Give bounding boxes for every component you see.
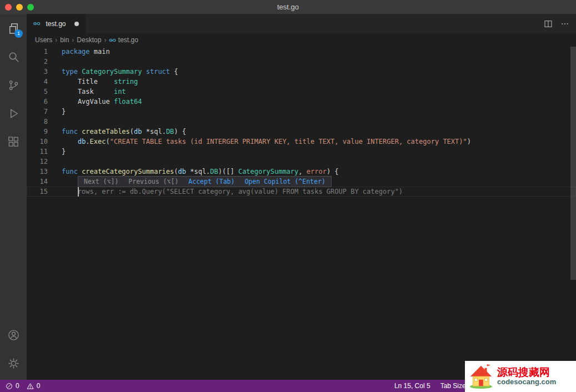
code-line[interactable]: 1package main bbox=[27, 47, 576, 57]
window-controls bbox=[5, 4, 34, 11]
go-file-icon: GO bbox=[33, 21, 40, 26]
breadcrumb-item[interactable]: Desktop bbox=[77, 36, 101, 44]
close-button[interactable] bbox=[5, 4, 12, 11]
code-text: db.Exec("CREATE TABLE tasks (id INTERGER… bbox=[48, 137, 471, 147]
code-editor[interactable]: 1package main23type CategorySummary stru… bbox=[27, 47, 576, 380]
copilot-open-button[interactable]: Open Copilot (^Enter) bbox=[244, 177, 325, 187]
line-number: 6 bbox=[27, 97, 48, 107]
code-text bbox=[48, 117, 62, 127]
editor-scrollbar[interactable] bbox=[570, 47, 576, 280]
code-text bbox=[48, 177, 62, 187]
breadcrumb-items: Users›bin›Desktop›GOtest.go bbox=[35, 36, 138, 44]
activity-bar-search[interactable] bbox=[0, 46, 27, 68]
split-editor-icon[interactable] bbox=[544, 19, 553, 28]
code-text: rows, err := db.Query("SELECT category, … bbox=[48, 187, 403, 197]
code-line[interactable]: 13func createCategorySummaries(db *sql.D… bbox=[27, 167, 576, 177]
code-text bbox=[48, 57, 62, 67]
code-text: func createTables(db *sql.DB) { bbox=[48, 127, 186, 137]
line-number: 10 bbox=[27, 137, 48, 147]
gear-icon bbox=[7, 357, 20, 370]
tab-size-indicator[interactable]: Tab Size: bbox=[440, 382, 468, 390]
house-logo-icon bbox=[468, 364, 494, 389]
line-number: 15 bbox=[27, 187, 48, 197]
zoom-button[interactable] bbox=[27, 4, 34, 11]
breadcrumb: Users›bin›Desktop›GOtest.go bbox=[27, 33, 576, 47]
line-number: 14 bbox=[27, 177, 48, 187]
account-icon bbox=[7, 329, 20, 341]
title-bar: test.go bbox=[0, 0, 576, 14]
code-text: AvgValue float64 bbox=[48, 97, 142, 107]
tab-label: test.go bbox=[46, 20, 66, 28]
error-count: 0 bbox=[16, 382, 19, 390]
code-line[interactable]: 15 rows, err := db.Query("SELECT categor… bbox=[27, 187, 576, 197]
cursor-position-indicator[interactable]: Ln 15, Col 5 bbox=[394, 382, 430, 390]
warning-icon bbox=[27, 383, 34, 390]
line-number: 11 bbox=[27, 147, 48, 157]
copilot-previous-button[interactable]: Previous (⌥[) bbox=[128, 177, 178, 187]
code-text bbox=[48, 157, 62, 167]
tab-bar: GO test.go bbox=[27, 14, 576, 33]
breadcrumb-separator: › bbox=[55, 36, 57, 44]
breadcrumb-item[interactable]: Users bbox=[35, 36, 52, 44]
code-line[interactable]: 5 Task int bbox=[27, 87, 576, 97]
breadcrumb-separator: › bbox=[104, 36, 106, 44]
code-line[interactable]: 10 db.Exec("CREATE TABLE tasks (id INTER… bbox=[27, 137, 576, 147]
code-line[interactable]: 8 bbox=[27, 117, 576, 127]
watermark: 源码搜藏网 codesocang.com bbox=[465, 361, 576, 392]
copilot-next-button[interactable]: Next (⌥]) bbox=[84, 177, 118, 187]
copilot-accept-button[interactable]: Accept (Tab) bbox=[188, 177, 234, 187]
watermark-site-url: codesocang.com bbox=[497, 378, 556, 386]
code-line[interactable]: 11} bbox=[27, 147, 576, 157]
code-text: } bbox=[48, 107, 66, 117]
line-number: 4 bbox=[27, 77, 48, 87]
line-number: 3 bbox=[27, 67, 48, 77]
code-text: } bbox=[48, 147, 66, 157]
line-number: 8 bbox=[27, 117, 48, 127]
breadcrumb-item[interactable]: bin bbox=[60, 36, 69, 44]
text-cursor bbox=[78, 187, 79, 197]
code-text: package main bbox=[48, 47, 110, 57]
watermark-site-name: 源码搜藏网 bbox=[497, 366, 556, 379]
code-text: func createCategorySummaries(db *sql.DB)… bbox=[48, 167, 339, 177]
run-debug-icon bbox=[7, 107, 20, 120]
tab-modified-indicator[interactable] bbox=[74, 22, 79, 26]
search-icon bbox=[7, 51, 20, 63]
minimize-button[interactable] bbox=[16, 4, 23, 11]
tab-test-go[interactable]: GO test.go bbox=[27, 14, 86, 33]
code-text: Task int bbox=[48, 87, 126, 97]
code-line[interactable]: 2 bbox=[27, 57, 576, 67]
breadcrumb-separator: › bbox=[72, 36, 74, 44]
warning-count: 0 bbox=[37, 382, 41, 390]
line-number: 12 bbox=[27, 157, 48, 167]
activity-bar-account[interactable] bbox=[0, 324, 27, 346]
problems-indicator[interactable]: 0 0 bbox=[6, 382, 44, 390]
line-number: 9 bbox=[27, 127, 48, 137]
breadcrumb-item[interactable]: test.go bbox=[118, 36, 138, 44]
window-title: test.go bbox=[277, 3, 299, 11]
code-line[interactable]: 9func createTables(db *sql.DB) { bbox=[27, 127, 576, 137]
activity-bar-settings[interactable] bbox=[0, 352, 27, 374]
source-control-icon bbox=[7, 79, 20, 92]
line-number: 7 bbox=[27, 107, 48, 117]
activity-bar-explorer[interactable]: 1 bbox=[0, 17, 27, 39]
extensions-icon bbox=[7, 135, 20, 148]
code-text: type CategorySummary struct { bbox=[48, 67, 178, 77]
activity-bar-source-control[interactable] bbox=[0, 74, 27, 96]
code-line[interactable]: 6 AvgValue float64 bbox=[27, 97, 576, 107]
line-number: 2 bbox=[27, 57, 48, 67]
activity-bar: 1 bbox=[0, 14, 27, 380]
code-text: Title string bbox=[48, 77, 138, 87]
go-file-icon: GO bbox=[109, 38, 116, 43]
copilot-suggestion-toolbar: Next (⌥]) Previous (⌥[) Accept (Tab) Ope… bbox=[78, 176, 332, 187]
code-line[interactable]: 7} bbox=[27, 107, 576, 117]
code-lines: 1package main23type CategorySummary stru… bbox=[27, 47, 576, 197]
code-line[interactable]: 3type CategorySummary struct { bbox=[27, 67, 576, 77]
code-line[interactable]: 4 Title string bbox=[27, 77, 576, 87]
line-number: 1 bbox=[27, 47, 48, 57]
error-icon bbox=[6, 383, 13, 390]
vscode-window: test.go 1 bbox=[0, 0, 576, 392]
activity-bar-run-debug[interactable] bbox=[0, 102, 27, 124]
code-line[interactable]: 12 bbox=[27, 157, 576, 167]
more-actions-icon[interactable] bbox=[560, 19, 569, 28]
activity-bar-extensions[interactable] bbox=[0, 130, 27, 153]
